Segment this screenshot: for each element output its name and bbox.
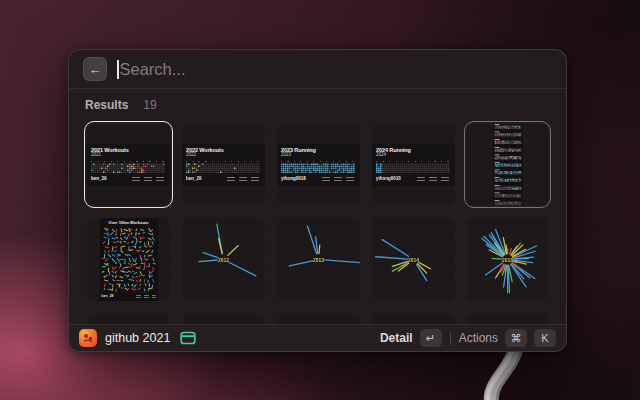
routes-poster: Over 10km Workouts ben_29 xyxy=(100,218,158,301)
poster-year: 2024 xyxy=(376,153,451,158)
grid-item-row3-1[interactable] xyxy=(84,311,173,324)
month-ticks xyxy=(376,161,451,162)
results-label: Results xyxy=(85,98,128,112)
grid-item-row3-5[interactable] xyxy=(464,311,551,324)
heatmap-art xyxy=(281,163,356,174)
command-title: github 2021 xyxy=(105,331,170,345)
poster-year: 2021 xyxy=(91,153,166,158)
poster-stats xyxy=(132,177,166,181)
thumbnail-all-years-stack xyxy=(467,124,548,205)
thumbnail-2021-workouts: 2021 Workouts 2021 ben_29 xyxy=(87,124,170,205)
return-key-badge: ↵ xyxy=(420,329,442,347)
grid-item-row3-2[interactable] xyxy=(179,311,268,324)
routes-art xyxy=(102,226,156,292)
poster-year: 2022 xyxy=(186,153,261,158)
results-count: 19 xyxy=(143,98,156,112)
poster-banner: 2021 Workouts 2021 ben_29 xyxy=(87,144,170,186)
burst-year-label: 2013 xyxy=(313,257,324,263)
burst-year-label: 2018 xyxy=(502,257,513,263)
poster-username: ben_29 xyxy=(186,176,202,181)
grid-item-all-years[interactable] xyxy=(464,121,551,208)
results-grid: 2021 Workouts 2021 ben_29 2022 xyxy=(84,121,551,324)
poster-username: ben_29 xyxy=(102,294,114,298)
poster-username: yihong0618 xyxy=(281,176,306,181)
heatmap-art xyxy=(186,163,261,174)
heatmap-art xyxy=(91,163,166,174)
k-key-badge: K xyxy=(534,329,556,347)
grid-item-row3-4[interactable] xyxy=(369,311,458,324)
search-input[interactable] xyxy=(120,60,553,79)
actions-button[interactable]: Actions ⌘ K xyxy=(459,329,556,347)
search-field-wrap xyxy=(117,60,552,79)
heatmap-art xyxy=(376,163,451,174)
cmd-key-badge: ⌘ xyxy=(505,329,527,347)
poster-stats xyxy=(322,177,356,181)
results-header: Results 19 xyxy=(85,98,551,112)
results-panel: Results 19 2021 Workouts 2021 ben_29 xyxy=(69,89,566,324)
grid-item-2018[interactable]: 2018 xyxy=(464,215,551,304)
detail-button[interactable]: Detail ↵ xyxy=(380,329,442,347)
thumbnail-2012-routes: 2012 xyxy=(182,218,265,301)
grid-item-2012[interactable]: 2012 xyxy=(179,215,268,304)
burst-year-label: 2012 xyxy=(218,257,229,263)
grid-item-2013[interactable]: 2013 xyxy=(274,215,363,304)
status-divider xyxy=(450,332,451,345)
grid-item-2014[interactable]: 2014 xyxy=(369,215,458,304)
poster-username: yihong0618 xyxy=(376,176,401,181)
grid-item-over-10km[interactable]: Over 10km Workouts ben_29 xyxy=(84,215,173,304)
thumbnail-2014-routes: 2014 xyxy=(372,218,455,301)
actions-label: Actions xyxy=(459,331,498,345)
thumbnail-2023-running: 2023 Running 2023 yihong0618 xyxy=(277,124,360,205)
thumbnail-2013-routes: 2013 xyxy=(277,218,360,301)
search-bar: ← xyxy=(69,50,566,88)
poster-stats xyxy=(227,177,261,181)
month-ticks xyxy=(91,161,166,162)
burst-year-label: 2014 xyxy=(408,257,419,263)
status-bar-actions: Detail ↵ Actions ⌘ K xyxy=(380,329,556,347)
month-ticks xyxy=(281,161,356,162)
grid-item-2024-running[interactable]: 2024 Running 2024 yihong0618 xyxy=(369,121,458,208)
back-button[interactable]: ← xyxy=(83,57,107,81)
poster-stats xyxy=(136,295,156,298)
stacked-heatmaps-art xyxy=(493,124,523,205)
status-bar: github 2021 Detail ↵ Actions ⌘ K xyxy=(69,324,566,351)
grid-item-row3-3[interactable] xyxy=(274,311,363,324)
app-icon-glyph xyxy=(82,332,94,344)
text-caret xyxy=(117,60,119,79)
grid-item-2023-running[interactable]: 2023 Running 2023 yihong0618 xyxy=(274,121,363,208)
thumbnail-2018-routes: 2018 xyxy=(467,218,548,301)
grid-item-2021-workouts[interactable]: 2021 Workouts 2021 ben_29 xyxy=(84,121,173,208)
thumbnail-over-10km: Over 10km Workouts ben_29 xyxy=(87,218,170,301)
back-icon: ← xyxy=(89,62,102,77)
poster-username: ben_29 xyxy=(91,176,107,181)
grid-item-2022-workouts[interactable]: 2022 Workouts 2022 ben_29 xyxy=(179,121,268,208)
card-accessory-icon xyxy=(180,331,196,345)
poster-year: 2023 xyxy=(281,153,356,158)
month-ticks xyxy=(186,161,261,162)
app-icon xyxy=(79,329,97,347)
poster-title: Over 10km Workouts xyxy=(102,220,156,225)
thumbnail-2022-workouts: 2022 Workouts 2022 ben_29 xyxy=(182,124,265,205)
detail-label: Detail xyxy=(380,331,413,345)
thumbnail-2024-running: 2024 Running 2024 yihong0618 xyxy=(372,124,455,205)
poster-stats xyxy=(417,177,451,181)
launcher-window: ← Results 19 2021 Workouts 2021 xyxy=(68,49,567,352)
